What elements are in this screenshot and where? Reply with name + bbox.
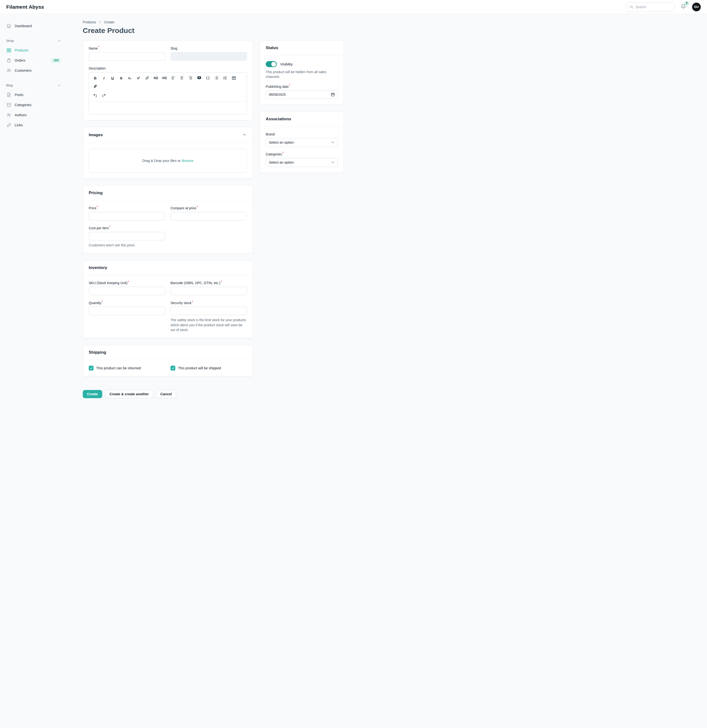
name-field: Name* <box>89 46 165 61</box>
sidebar-group-blog-header[interactable]: Blog <box>6 84 62 87</box>
barcode-input[interactable] <box>170 287 247 295</box>
subscript-button[interactable]: x₂ <box>126 74 134 82</box>
shipped-checkbox-row[interactable]: This product will be shipped <box>170 366 247 370</box>
sidebar-group-shop-header[interactable]: Shop <box>6 39 62 43</box>
sidebar-item-label: Customers <box>15 69 32 72</box>
calendar-icon[interactable] <box>330 92 335 98</box>
create-button[interactable]: Create <box>83 390 102 398</box>
shipped-checkbox[interactable] <box>170 366 175 370</box>
home-icon <box>6 23 12 29</box>
sidebar-item-posts[interactable]: Posts <box>6 90 62 100</box>
search-input[interactable] <box>627 2 675 12</box>
editor-toolbar: B I U S x₂ x² H2 <box>89 72 247 101</box>
price-input[interactable] <box>89 212 165 220</box>
shipped-checkbox-label: This product will be shipped <box>178 366 221 370</box>
heading-2-button[interactable]: H2 <box>152 74 160 82</box>
create-and-create-another-button[interactable]: Create & create another <box>105 390 153 398</box>
sidebar-item-authors[interactable]: Authors <box>6 110 62 120</box>
insert-link-button[interactable] <box>143 74 151 82</box>
sidebar-item-links[interactable]: Links <box>6 120 62 130</box>
inventory-title: Inventory <box>89 265 107 270</box>
bold-button[interactable]: B <box>91 74 99 82</box>
slug-field: Slug <box>170 46 247 61</box>
bullet-list-button[interactable] <box>212 74 220 82</box>
sidebar-item-products[interactable]: Products <box>6 45 62 55</box>
align-right-icon <box>188 76 193 80</box>
chevron-down-icon <box>331 160 335 164</box>
description-label: Description <box>89 66 247 70</box>
orders-count-badge: 204 <box>51 58 61 63</box>
brand-select-value: Select an option <box>269 140 294 144</box>
categories-select[interactable]: Select an option <box>266 158 338 167</box>
code-icon <box>206 76 210 80</box>
inventory-card: Inventory SKU (Stock Keeping Unit)* Barc… <box>83 260 253 338</box>
sidebar-item-categories[interactable]: Categories <box>6 100 62 110</box>
publishing-date-field: Publishing date* <box>266 85 338 99</box>
undo-button[interactable] <box>91 92 99 99</box>
categories-select-value: Select an option <box>269 160 294 164</box>
required-marker: * <box>97 205 98 209</box>
publishing-date-input[interactable] <box>266 91 338 99</box>
chevron-down-icon <box>331 140 335 144</box>
returnable-checkbox-row[interactable]: This product can be returned <box>89 366 165 370</box>
chevron-up-icon <box>58 84 61 87</box>
quantity-input[interactable] <box>89 307 165 315</box>
visibility-toggle-row: Visibility <box>266 61 338 67</box>
redo-button[interactable] <box>100 92 108 99</box>
required-marker: * <box>289 84 290 87</box>
categories-label: Categories <box>266 152 282 156</box>
editor-content-area[interactable] <box>89 101 247 114</box>
categories-field: Categories* Select an option <box>266 152 338 167</box>
returnable-checkbox[interactable] <box>89 366 94 370</box>
align-left-button[interactable] <box>169 74 177 82</box>
undo-icon <box>93 93 97 97</box>
images-card: Images Drag & Drop your files or Browse <box>83 127 253 179</box>
align-right-button[interactable] <box>187 74 194 82</box>
bullet-list-icon <box>214 76 219 80</box>
strikethrough-button[interactable]: S <box>117 74 125 82</box>
align-center-button[interactable] <box>178 74 186 82</box>
sku-input[interactable] <box>89 287 165 295</box>
insert-table-button[interactable] <box>230 74 238 82</box>
underline-button[interactable]: U <box>109 74 116 82</box>
notifications-button[interactable]: 7 <box>680 3 687 10</box>
ordered-list-button[interactable] <box>221 74 229 82</box>
security-stock-input[interactable] <box>170 307 247 315</box>
table-icon <box>232 76 236 80</box>
blockquote-button[interactable] <box>195 74 203 82</box>
brand-field: Brand Select an option <box>266 132 338 147</box>
cancel-button[interactable]: Cancel <box>156 390 176 398</box>
link-icon <box>6 123 12 128</box>
sidebar-item-dashboard[interactable]: Dashboard <box>6 21 62 31</box>
code-block-button[interactable] <box>204 74 212 82</box>
collapse-section-button[interactable] <box>242 132 247 138</box>
compare-at-price-field: Compare at price* <box>170 206 247 220</box>
breadcrumb-products[interactable]: Products <box>83 20 96 24</box>
associations-card: Associations Brand Select an option <box>260 112 344 173</box>
attach-file-button[interactable] <box>91 82 99 90</box>
form-main-column: Name* Slug Description B <box>83 40 253 398</box>
barcode-field: Barcode (ISBN, UPC, GTIN, etc.)* <box>170 281 247 295</box>
file-dropzone[interactable]: Drag & Drop your files or Browse <box>89 149 247 173</box>
chevron-up-icon <box>58 39 61 43</box>
browse-link[interactable]: Browse <box>182 159 193 163</box>
shipping-title: Shipping <box>89 350 106 355</box>
italic-button[interactable]: I <box>100 74 108 82</box>
sidebar-item-orders[interactable]: Orders 204 <box>6 56 62 65</box>
app-logo[interactable]: Filament Abyss <box>6 4 44 10</box>
paperclip-icon <box>93 84 98 88</box>
archive-box-icon <box>6 102 12 108</box>
images-title: Images <box>89 133 103 137</box>
sidebar-item-customers[interactable]: Customers <box>6 66 62 75</box>
required-marker: * <box>192 300 193 303</box>
user-avatar[interactable]: DU <box>692 3 701 11</box>
visibility-toggle[interactable] <box>266 61 277 67</box>
cost-per-item-input[interactable] <box>89 232 165 240</box>
brand-select[interactable]: Select an option <box>266 138 338 147</box>
breadcrumb: Products Create <box>83 20 697 24</box>
name-input[interactable] <box>89 52 165 61</box>
superscript-button[interactable]: x² <box>135 74 142 82</box>
heading-3-button[interactable]: H3 <box>161 74 168 82</box>
quantity-label: Quantity <box>89 301 101 305</box>
compare-at-price-input[interactable] <box>170 212 247 220</box>
